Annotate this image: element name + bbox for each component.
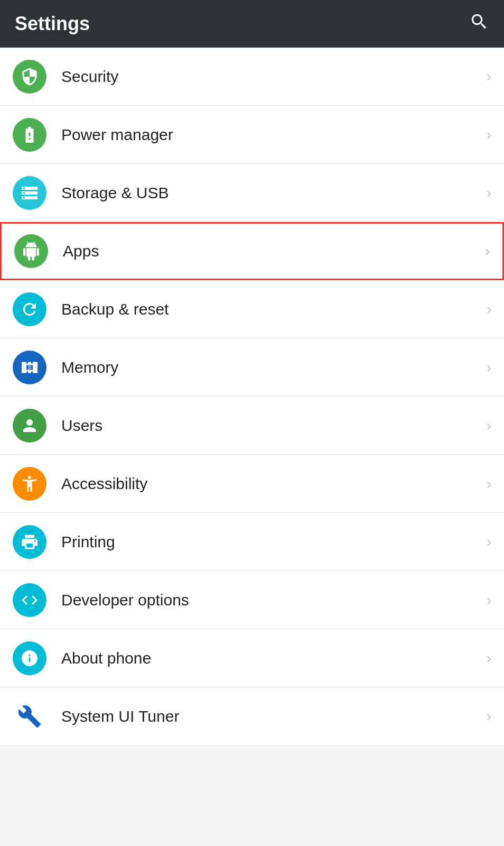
power-manager-label: Power manager <box>61 126 481 144</box>
page-title: Settings <box>15 13 90 35</box>
backup-icon <box>13 292 46 326</box>
apps-chevron: › <box>485 243 490 260</box>
storage-icon <box>13 176 46 210</box>
svg-rect-3 <box>36 362 38 373</box>
memory-label: Memory <box>61 358 481 376</box>
security-icon <box>13 60 46 94</box>
settings-item-accessibility[interactable]: Accessibility › <box>0 455 504 513</box>
settings-item-apps[interactable]: Apps › <box>0 222 504 280</box>
users-chevron: › <box>487 417 491 434</box>
accessibility-icon <box>13 467 46 501</box>
apps-label: Apps <box>63 242 480 260</box>
about-chevron: › <box>487 650 491 667</box>
app-header: Settings <box>0 0 504 48</box>
settings-item-developer[interactable]: Developer options › <box>0 571 504 629</box>
settings-item-users[interactable]: Users › <box>0 397 504 455</box>
settings-list: Security › Power manager › Storage & USB… <box>0 48 504 746</box>
users-icon <box>13 409 46 443</box>
about-icon <box>13 641 46 675</box>
storage-label: Storage & USB <box>61 184 481 202</box>
settings-item-storage[interactable]: Storage & USB › <box>0 164 504 222</box>
printing-icon <box>13 525 46 559</box>
developer-icon <box>13 583 46 617</box>
svg-rect-2 <box>22 362 23 373</box>
power-manager-chevron: › <box>487 126 491 143</box>
settings-item-ui-tuner[interactable]: System UI Tuner › <box>0 687 504 746</box>
security-label: Security <box>61 68 481 86</box>
apps-icon <box>14 234 48 268</box>
backup-chevron: › <box>487 301 491 318</box>
storage-chevron: › <box>487 185 491 201</box>
users-label: Users <box>61 417 481 435</box>
settings-item-memory[interactable]: ▦ Memory › <box>0 338 504 397</box>
settings-item-about[interactable]: About phone › <box>0 629 504 687</box>
printing-chevron: › <box>487 534 491 550</box>
memory-icon: ▦ <box>13 351 46 384</box>
power-manager-icon <box>13 118 46 152</box>
ui-tuner-chevron: › <box>487 708 491 725</box>
developer-label: Developer options <box>61 591 481 609</box>
backup-label: Backup & reset <box>61 300 481 318</box>
ui-tuner-label: System UI Tuner <box>61 707 481 725</box>
printing-label: Printing <box>61 533 481 551</box>
settings-item-power-manager[interactable]: Power manager › <box>0 106 504 164</box>
developer-chevron: › <box>487 592 491 609</box>
settings-item-backup[interactable]: Backup & reset › <box>0 280 504 338</box>
ui-tuner-icon <box>13 700 46 733</box>
about-label: About phone <box>61 649 481 667</box>
settings-item-security[interactable]: Security › <box>0 48 504 106</box>
svg-text:▦: ▦ <box>27 363 33 371</box>
settings-item-printing[interactable]: Printing › <box>0 513 504 571</box>
accessibility-label: Accessibility <box>61 475 481 493</box>
security-chevron: › <box>487 68 491 85</box>
memory-chevron: › <box>487 359 491 376</box>
search-icon[interactable] <box>469 12 489 36</box>
accessibility-chevron: › <box>487 475 491 492</box>
